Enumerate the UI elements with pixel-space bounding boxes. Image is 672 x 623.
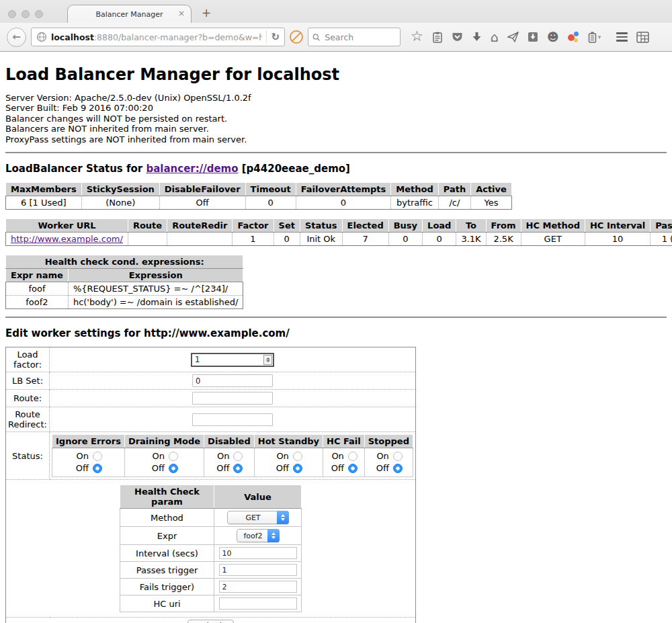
url-text[interactable]: localhost:8880/balancer-manager?b=demo&w… [51,32,262,42]
colored-dots-icon[interactable] [568,32,579,42]
data-cell: 3.1K [456,233,486,246]
header-cell: Set [274,219,300,233]
status-table: Ignore Errors Draining Mode Disabled Hot… [52,434,413,477]
worker-url-link[interactable]: http://www.example.com/ [11,234,123,244]
server-built-line: Server Built: Feb 9 2016 07:00:20 [5,103,667,113]
submit-button[interactable]: Submit [187,620,234,623]
load-factor-input[interactable] [192,354,263,366]
table-row: http://www.example.com/ 1 0 Init Ok 7 0 … [6,233,672,246]
hc-fail-on-radio[interactable] [348,452,358,461]
window-titlebar: Balancer Manager × + [0,0,672,23]
window-close-button[interactable] [8,10,16,18]
form-row-lb-set: LB Set: [6,372,416,390]
hc-row-fails: Fails trigger) [120,579,302,595]
hc-row-method: Method GET [120,509,302,527]
disabled-off-radio[interactable] [233,464,243,473]
content-blocked-icon[interactable] [290,30,303,44]
hc-uri-input[interactable] [219,597,297,610]
data-cell: bytraffic [391,196,438,210]
header-cell: HC Method [521,219,585,233]
window-zoom-button[interactable] [35,10,43,18]
header-cell: Path [438,183,470,196]
balancer-link[interactable]: balancer://demo [146,163,238,175]
page-title: Load Balancer Manager for localhost [5,65,667,84]
send-tab-icon[interactable] [507,32,519,42]
header-cell: Active [471,183,512,196]
reading-list-icon[interactable] [432,32,443,43]
form-row-load-factor: Load factor: [6,347,416,372]
data-cell: /c/ [438,196,470,210]
search-input[interactable] [323,32,396,43]
table-row: foof2 hc('body') =~ /domain is establish… [6,296,243,309]
header-cell: To [456,219,486,233]
hc-method-select[interactable]: GET [227,511,289,524]
stopped-off-radio[interactable] [393,464,403,473]
pocket-icon[interactable] [452,32,463,42]
divider [5,317,667,318]
dropdown-caret-icon[interactable]: ▾ [598,34,601,40]
number-spinner[interactable] [263,355,272,365]
window-minimize-button[interactable] [22,10,30,18]
balancers-notice-line: Balancers are NOT inherited from main se… [5,124,667,134]
disabled-on-radio[interactable] [233,452,243,461]
lb-set-input[interactable] [192,374,273,387]
draining-mode-off-radio[interactable] [169,464,178,473]
data-cell: 0 [388,233,422,246]
header-cell: Passes [650,219,672,233]
hc-expr-select[interactable]: foof2 [237,529,280,542]
addon-download-icon[interactable] [528,32,538,42]
route-input[interactable] [192,392,273,405]
downloads-icon[interactable] [472,32,482,42]
draining-mode-on-radio[interactable] [169,452,178,461]
persist-notice-line: Balancer changes will NOT be persisted o… [5,114,667,124]
data-cell: 0 [296,196,391,210]
bookmark-star-icon[interactable]: ☆ [411,30,423,44]
hc-row-interval: Interval (secs) [120,545,302,562]
header-cell: Value [214,485,302,509]
tab-close-icon[interactable]: × [178,9,185,18]
hc-row-expr: Expr foof2 [120,527,302,545]
menu-hamburger-icon[interactable] [616,32,628,42]
header-cell: Factor [233,219,274,233]
data-cell: 1 [233,233,274,246]
hc-passes-input[interactable] [219,564,297,576]
battery-addon-icon[interactable]: ▾ [588,32,601,43]
header-cell: HC Interval [585,219,650,233]
reload-button[interactable]: ↻ [271,31,280,43]
data-cell: 0 [423,233,456,246]
browser-navbar: ← localhost:8880/balancer-manager?b=demo… [0,23,672,52]
server-version-line: Server Version: Apache/2.5.0-dev (Unix) … [5,93,667,103]
search-bar [308,28,401,46]
panel-grid-icon[interactable] [636,32,649,43]
hot-standby-on-radio[interactable] [293,452,302,461]
route-redirect-input[interactable] [192,413,273,426]
back-button[interactable]: ← [7,28,26,47]
data-cell: Off [159,196,245,210]
new-tab-button[interactable]: + [202,6,211,19]
url-bar[interactable]: localhost:8880/balancer-manager?b=demo&w… [31,28,285,46]
header-cell: StickySession [81,183,159,196]
hot-standby-off-radio[interactable] [293,464,302,473]
edit-worker-heading: Edit worker settings for http://www.exam… [5,327,667,339]
hc-fails-input[interactable] [219,581,297,593]
header-cell: Disabled [204,435,255,448]
home-icon[interactable]: ⌂ [491,30,499,44]
data-cell: 10 [585,233,650,246]
route-label: Route: [6,390,50,407]
proxypass-notice-line: ProxyPass settings are NOT inherited fro… [5,134,667,144]
header-cell: Route [128,219,167,233]
stopped-on-radio[interactable] [393,452,403,461]
hc-fail-off-radio[interactable] [348,464,358,473]
header-cell: Method [391,183,438,196]
browser-tab[interactable]: Balancer Manager × [67,5,192,23]
worker-table: Worker URL Route RouteRedir Factor Set S… [5,218,672,246]
ignore-errors-on-radio[interactable] [93,452,102,461]
health-check-table: Health Check param Value Method GET Expr [120,485,302,612]
header-cell: DisableFailover [159,183,245,196]
ignore-errors-off-radio[interactable] [93,464,102,473]
feedback-smiley-icon[interactable]: ☻ [547,30,559,44]
balancer-status-table: MaxMembers StickySession DisableFailover… [5,182,512,210]
header-cell: Load [423,219,456,233]
hc-interval-input[interactable] [219,547,297,559]
hc-row-uri: HC uri [120,595,302,612]
